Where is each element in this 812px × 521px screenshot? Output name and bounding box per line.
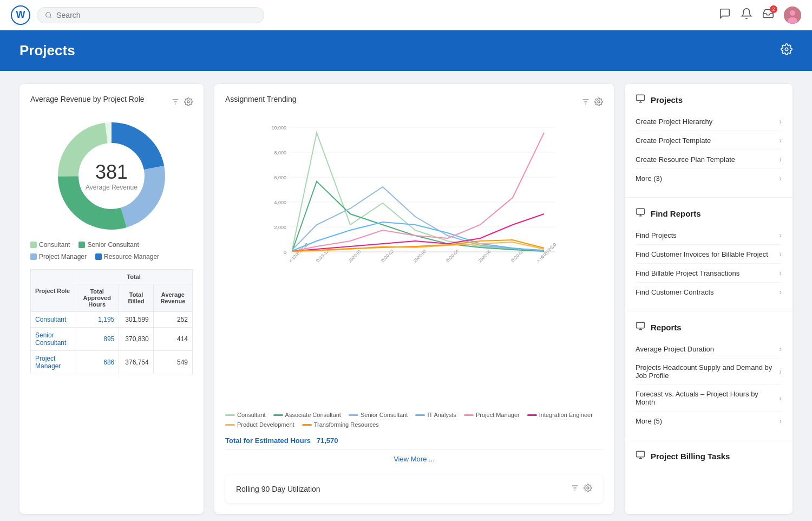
- page-gear-icon[interactable]: [781, 43, 793, 58]
- donut-legend: Consultant Senior Consultant Project Man…: [30, 241, 193, 260]
- menu-item-more-projects[interactable]: More (3) ›: [636, 169, 782, 187]
- user-avatar[interactable]: [784, 6, 801, 24]
- line-chart-area: 10,000 8,000 6,000 4,000 2,000 0 < 12/25…: [225, 116, 603, 407]
- row-role-1[interactable]: Senior Consultant: [31, 328, 75, 351]
- gear-icon[interactable]: [184, 97, 193, 108]
- workday-logo: W: [11, 5, 30, 25]
- legend-senior-consultant: Senior Consultant: [78, 241, 139, 249]
- svg-point-3: [790, 10, 795, 16]
- menu-item-create-template[interactable]: Create Project Template ›: [636, 131, 782, 150]
- row-hours-1: 895: [75, 328, 119, 351]
- legend-pm-line: Project Manager: [464, 412, 520, 418]
- middle-widget-title: Assignment Trending: [225, 95, 297, 103]
- legend-label-consultant: Consultant: [39, 241, 70, 249]
- search-input[interactable]: [56, 11, 256, 19]
- menu-item-headcount[interactable]: Projects Headcount Supply and Demand by …: [636, 359, 782, 385]
- col-header-billed: Total Billed: [119, 284, 153, 312]
- legend-label: Transforming Resources: [314, 421, 379, 428]
- legend-dot-senior: [78, 242, 85, 248]
- svg-text:> 06/25/2020: > 06/25/2020: [536, 242, 558, 263]
- legend-dot-consultant: [30, 242, 37, 248]
- row-billed-2: 376,754: [119, 351, 153, 374]
- billing-section-icon: [636, 450, 645, 462]
- legend-label: Senior Consultant: [361, 412, 408, 418]
- filter-icon[interactable]: [171, 97, 180, 108]
- table-row: Consultant 1,195 301,599 252: [31, 312, 193, 328]
- gear-icon-mid[interactable]: [594, 97, 603, 108]
- legend-project-manager: Project Manager: [30, 253, 87, 260]
- legend-consultant: Consultant: [30, 241, 70, 249]
- middle-widget: Assignment Trending 10,00: [214, 84, 614, 514]
- section-heading-reports: Reports: [636, 321, 782, 333]
- svg-text:6,000: 6,000: [274, 175, 286, 180]
- menu-item-find-contracts[interactable]: Find Customer Contracts ›: [636, 283, 782, 301]
- svg-point-5: [785, 48, 788, 51]
- svg-rect-45: [637, 95, 645, 101]
- left-widget-icons: [171, 97, 193, 108]
- legend-ie-line: Integration Engineer: [527, 412, 593, 418]
- legend-consultant-line: Consultant: [225, 412, 266, 418]
- section-title-find-reports: Find Reports: [651, 209, 701, 218]
- search-bar[interactable]: [37, 7, 264, 23]
- row-avg-1: 414: [153, 328, 192, 351]
- svg-rect-46: [637, 209, 645, 214]
- section-projects: Projects Create Project Hierarchy › Crea…: [625, 84, 793, 198]
- svg-text:4,000: 4,000: [274, 200, 286, 205]
- legend-label: Product Development: [237, 421, 294, 428]
- message-icon[interactable]: [719, 8, 731, 22]
- left-widget: Average Revenue by Project Role: [19, 84, 204, 514]
- menu-item-create-hierarchy[interactable]: Create Project Hierarchy ›: [636, 112, 782, 131]
- row-avg-2: 549: [153, 351, 192, 374]
- filter-icon-mid[interactable]: [581, 97, 590, 108]
- legend-label-senior: Senior Consultant: [87, 241, 139, 249]
- inbox-icon[interactable]: 2: [762, 8, 774, 22]
- col-header-role: Project Role: [31, 270, 75, 312]
- inbox-badge: 2: [770, 5, 777, 13]
- menu-item-find-projects[interactable]: Find Projects ›: [636, 226, 782, 245]
- row-role-2[interactable]: Project Manager: [31, 351, 75, 374]
- section-heading-find-reports: Find Reports: [636, 207, 782, 219]
- svg-text:2020-05: 2020-05: [477, 249, 493, 264]
- chart-legend: Consultant Associate Consultant Senior C…: [225, 412, 603, 428]
- svg-point-4: [788, 17, 797, 24]
- section-find-reports: Find Reports Find Projects › Find Custom…: [625, 198, 793, 311]
- menu-item-resource-plan[interactable]: Create Resource Plan Template ›: [636, 150, 782, 169]
- svg-text:2020-03: 2020-03: [412, 249, 428, 264]
- projects-section-icon: [636, 94, 645, 106]
- svg-rect-48: [637, 451, 645, 457]
- legend-label: IT Analysts: [427, 412, 456, 418]
- legend-dot-pm: [30, 253, 37, 260]
- middle-widget-header: Assignment Trending: [225, 95, 603, 111]
- arrow-icon: ›: [779, 416, 782, 425]
- menu-item-find-invoices[interactable]: Find Customer Invoices for Billable Proj…: [636, 245, 782, 264]
- line-assoc: [273, 414, 283, 416]
- svg-text:2020-01: 2020-01: [348, 249, 363, 264]
- logo: W: [11, 5, 30, 25]
- filter-icon-rolling[interactable]: [571, 484, 579, 494]
- row-role-0[interactable]: Consultant: [31, 312, 75, 328]
- gear-icon-rolling[interactable]: [584, 484, 592, 494]
- section-title-billing: Project Billing Tasks: [651, 452, 730, 461]
- menu-item-more-reports[interactable]: More (5) ›: [636, 412, 782, 430]
- menu-item-find-billable[interactable]: Find Billable Project Transactions ›: [636, 264, 782, 283]
- svg-point-9: [187, 101, 189, 103]
- menu-item-forecast[interactable]: Forecast vs. Actuals – Project Hours by …: [636, 385, 782, 412]
- rolling-icons: [571, 484, 592, 494]
- donut-label: 381 Average Revenue: [86, 161, 137, 191]
- svg-line-1: [50, 16, 51, 17]
- left-widget-header: Average Revenue by Project Role: [30, 95, 193, 111]
- table-row: Senior Consultant 895 370,830 414: [31, 328, 193, 351]
- svg-text:2020-06: 2020-06: [510, 249, 525, 264]
- line-pm: [464, 414, 474, 416]
- reports-section-icon: [636, 321, 645, 333]
- line-chart-svg: 10,000 8,000 6,000 4,000 2,000 0 < 12/25…: [225, 116, 603, 290]
- menu-item-avg-duration[interactable]: Average Project Duration ›: [636, 340, 782, 359]
- svg-rect-47: [637, 322, 645, 328]
- row-avg-0: 252: [153, 312, 192, 328]
- row-billed-0: 301,599: [119, 312, 153, 328]
- section-heading-billing: Project Billing Tasks: [636, 450, 782, 462]
- view-more-button[interactable]: View More ...: [225, 449, 603, 468]
- svg-text:2020-02: 2020-02: [380, 249, 395, 264]
- legend-resource-manager: Resource Manager: [95, 253, 159, 260]
- bell-icon[interactable]: [741, 8, 752, 22]
